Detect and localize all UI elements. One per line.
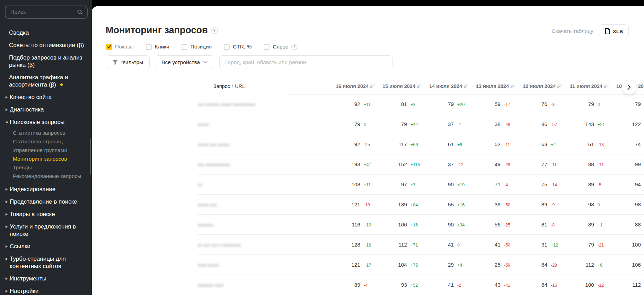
main-panel: Мониторинг запросов ? Скачать таблицу XL… [92, 6, 644, 295]
query-cell[interactable]: xxxxxxx xxxx [197, 282, 328, 288]
query-cell[interactable]: xx [197, 181, 328, 188]
delta-value: +42 [411, 122, 422, 127]
devices-dropdown[interactable]: Все устройства [155, 55, 214, 69]
sidebar-search[interactable] [5, 6, 88, 19]
metric-checkbox[interactable]: CTR, % [224, 44, 252, 50]
sidebar-item[interactable]: Качество сайта [6, 93, 89, 101]
filters-button[interactable]: Фильтры [106, 55, 150, 69]
value-cell: 122 +38 [609, 121, 644, 127]
query-header-link[interactable]: Запрос [213, 83, 230, 89]
sidebar-item[interactable]: Услуги и предложения в поиске [6, 223, 89, 238]
query-cell[interactable]: xxxxxxx [197, 222, 328, 228]
date-column-header[interactable]: 11 июля 2024 [562, 83, 609, 89]
date-column-header[interactable]: 16 июля 2024 [328, 83, 375, 89]
sidebar-subitem[interactable]: Мониторинг запросов [6, 154, 89, 163]
delta-value: +19 [457, 182, 469, 187]
sidebar-scrollbar-thumb[interactable] [90, 138, 91, 175]
delta-value: +16 [364, 243, 375, 248]
date-column-header[interactable]: 13 июля 2024 [469, 83, 515, 89]
impressions-value: 75 [515, 181, 547, 188]
metric-checkbox[interactable]: Показы [106, 44, 134, 50]
delta-value: -59 [504, 263, 515, 268]
impressions-value: 49 [469, 161, 501, 168]
query-text-blurred: xxxxxxx [197, 222, 213, 227]
sidebar-subitem[interactable]: Управление группами [6, 146, 89, 154]
query-cell[interactable]: xxxxx xxx [197, 202, 328, 208]
value-cell: 104 +75 [375, 262, 422, 268]
download-table-label[interactable]: Скачать таблицу [552, 28, 593, 34]
value-cell: 74 -29 [609, 141, 644, 148]
value-cell: 106 +7 [609, 262, 644, 268]
metric-checkbox[interactable]: Спрос ? [264, 44, 297, 50]
delta-value: 0 [457, 243, 469, 248]
delta-value: -28 [551, 263, 562, 268]
query-cell[interactable]: xxx xxxxxxxxxxx [197, 161, 328, 168]
date-column-header[interactable]: 15 июля 2024 [375, 83, 422, 89]
help-icon[interactable]: ? [211, 27, 218, 34]
sidebar-item[interactable]: Подбор запросов и анализ рынка (β) [6, 54, 89, 69]
chevron-right-icon [627, 84, 631, 90]
value-cell: 79 0 [562, 101, 609, 107]
sidebar-item[interactable]: Поисковые запросы [6, 118, 89, 126]
next-dates-button[interactable] [622, 80, 636, 95]
delta-value: -12 [598, 283, 609, 288]
delta-value: -8 [551, 223, 562, 227]
url-header-link[interactable]: URL [235, 83, 245, 89]
sidebar-item[interactable]: Советы по оптимизации (β) [6, 42, 89, 49]
sidebar-subitem[interactable]: Рекомендованные запросы [6, 172, 89, 180]
query-cell[interactable]: xxx xxxxxx xxxxx xxxxxxxxxx [197, 101, 328, 107]
sidebar-item-label: Услуги и предложения в поиске [6, 223, 89, 238]
value-cell: 41 -50 [469, 242, 515, 248]
sort-icon [557, 84, 562, 88]
delta-value: +52 [411, 283, 422, 288]
sidebar-item[interactable]: Аналитика трафика и ассортимента (β) [6, 74, 89, 88]
search-input[interactable] [10, 9, 77, 16]
sidebar-item[interactable]: Турбо-страницы для контентных сайтов [6, 255, 89, 270]
impressions-value: 76 [515, 101, 547, 107]
delta-value: +11 [364, 102, 375, 107]
sidebar-item[interactable]: Индексирование [6, 186, 89, 193]
metric-checkbox[interactable]: Клики [146, 44, 169, 50]
xls-download-button[interactable]: XLS [599, 24, 629, 38]
impressions-value: 91 [515, 242, 547, 248]
sidebar-item[interactable]: Диагностика [6, 106, 89, 113]
sidebar-item[interactable]: Сводка [6, 29, 89, 36]
impressions-value: 121 [328, 262, 360, 268]
sidebar-subitem[interactable]: Тренды [6, 163, 89, 172]
sort-icon [464, 84, 469, 88]
sidebar-item[interactable]: Товары в поиске [6, 211, 89, 218]
sidebar-item[interactable]: Инструменты [6, 275, 89, 282]
metric-checkbox[interactable]: Позиция [182, 44, 212, 50]
delta-value: -25 [504, 223, 515, 227]
metric-label: Показы [115, 44, 134, 50]
value-cell: 108 +11 [328, 181, 375, 188]
delta-value: -1 [457, 122, 469, 127]
date-label: 16 июля 2024 [336, 83, 369, 89]
sidebar-subitem[interactable]: Статистика запросов [6, 128, 89, 137]
value-cell: 41 -2 [422, 282, 469, 288]
query-text-blurred: xxxxx xxx [197, 202, 217, 207]
region-input[interactable] [219, 55, 392, 69]
delta-value: -48 [504, 122, 515, 127]
sidebar-subitem[interactable]: Статистика страниц [6, 137, 89, 146]
sidebar-item[interactable]: Настройки [6, 287, 89, 295]
sidebar-item-label: Товары в поиске [6, 211, 89, 218]
value-cell: 117 +56 [375, 141, 422, 148]
sidebar-item[interactable]: Представление в поиске [6, 198, 89, 205]
help-icon[interactable]: ? [291, 44, 297, 50]
date-column-header[interactable]: 12 июля 2024 [515, 83, 562, 89]
value-cell: 116 +10 [328, 222, 375, 228]
query-cell[interactable]: xxxx xxxxx [197, 262, 328, 268]
value-cell: 106 +16 [375, 222, 422, 228]
query-cell[interactable]: xxxxx xxx xxxxx [197, 141, 328, 148]
query-cell[interactable]: xx xxx xxx x xxxxxxxx [197, 242, 328, 248]
date-column-header[interactable]: 14 июля 2024 [422, 83, 469, 89]
sidebar-item[interactable]: Ссылки [6, 243, 89, 250]
delta-value: -28 [504, 162, 515, 167]
delta-value: +1 [598, 223, 609, 227]
sort-icon [511, 84, 515, 88]
query-cell[interactable]: xxxxx [197, 121, 328, 127]
query-text-blurred: xx xxx xxx x xxxxxxxx [197, 242, 241, 248]
impressions-value: 59 [469, 101, 501, 107]
sidebar-item-label: Инструменты [6, 275, 89, 282]
